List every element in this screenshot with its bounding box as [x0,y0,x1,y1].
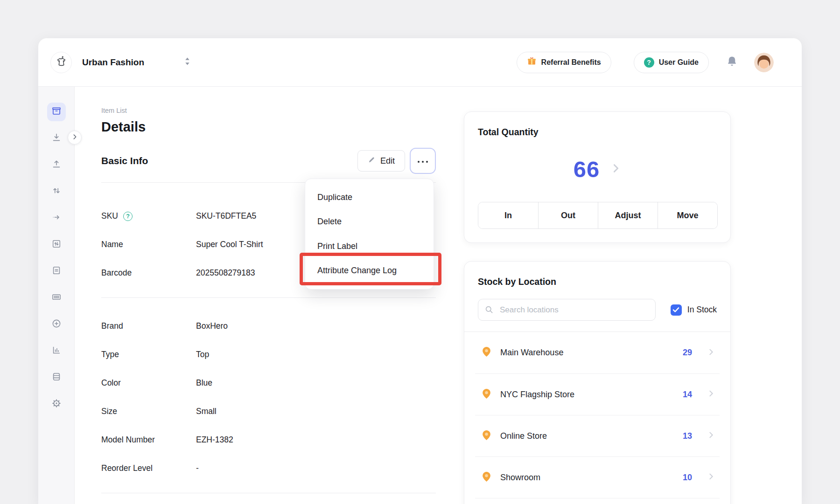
total-quantity-title: Total Quantity [464,112,730,138]
search-locations-input[interactable] [478,299,656,321]
sidebar-item-settings[interactable] [47,395,66,414]
chevron-right-icon [707,348,715,358]
field-value: 2025508279183 [196,268,255,278]
adjust-button[interactable]: Adjust [598,202,658,228]
avatar[interactable] [754,53,774,72]
sidebar-item-add[interactable] [47,315,66,334]
total-quantity-card: Total Quantity 66 In Out Adjust Move [464,111,731,243]
location-row-partial [475,498,720,504]
field-value: Super Cool T-Shirt [196,240,263,249]
pencil-icon [368,156,376,166]
sidebar-item-data-center[interactable] [47,368,66,387]
location-quantity: 29 [683,348,692,358]
breadcrumb[interactable]: Item List [101,107,436,115]
divider [101,297,436,298]
field-label: Type [101,350,119,359]
field-row-type: Type Top [101,340,436,369]
user-guide-label: User Guide [659,58,699,67]
plus-circle-icon [51,318,62,331]
download-icon [51,132,62,145]
tshirt-icon [55,55,68,69]
document-icon [51,265,62,277]
barcode-icon [51,292,62,304]
chevron-right-icon [72,133,78,142]
more-actions-menu: Duplicate Delete Print Label Attribute C… [305,179,434,290]
menu-item-duplicate[interactable]: Duplicate [305,185,434,210]
up-down-caret-icon [184,57,190,68]
move-button[interactable]: Move [658,202,717,228]
field-label: Name [101,240,123,249]
location-name: NYC Flagship Store [500,390,675,400]
sidebar-item-stock-in[interactable] [47,129,66,148]
in-button[interactable]: In [478,202,538,228]
field-row-color: Color Blue [101,369,436,397]
in-stock-checkbox[interactable] [671,304,682,316]
sidebar-item-documents[interactable] [47,262,66,281]
field-label: SKU [101,211,118,221]
user-guide-button[interactable]: ? User Guide [634,52,709,73]
map-pin-icon [481,388,492,401]
field-label: Brand [101,321,123,331]
question-icon: ? [644,57,654,68]
location-row-main-warehouse[interactable]: Main Warehouse 29 [475,332,720,373]
field-label: Model Number [101,435,155,445]
location-row-online-store[interactable]: Online Store 13 [475,415,720,456]
help-icon[interactable]: ? [123,212,133,221]
sidebar-item-transactions[interactable] [47,235,66,254]
in-stock-filter[interactable]: In Stock [671,304,717,316]
top-bar: Urban Fashion Referral Benefits ? User G… [38,38,802,87]
stock-by-location-title: Stock by Location [464,262,730,287]
location-name: Showroom [500,473,675,483]
field-row-brand: Brand BoxHero [101,312,436,340]
edit-button[interactable]: Edit [357,150,405,172]
location-row-showroom[interactable]: Showroom 10 [475,456,720,498]
sidebar-item-items[interactable] [47,103,66,121]
out-button[interactable]: Out [538,202,598,228]
total-quantity-link[interactable]: 66 [464,156,730,182]
field-value: Small [196,407,217,416]
location-name: Main Warehouse [500,348,675,358]
workspace-switcher[interactable] [184,57,190,68]
arrows-up-down-icon [51,186,62,198]
field-row-reorder-level: Reorder Level - [101,454,436,483]
sidebar-item-stock-out[interactable] [47,156,66,174]
sidebar-item-move[interactable] [47,209,66,228]
field-row-model-number: Model Number EZH-1382 [101,426,436,454]
field-value: Blue [196,378,212,388]
workspace-name: Urban Fashion [82,57,144,68]
section-title: Basic Info [101,155,148,166]
field-label: Size [101,407,117,416]
menu-item-attribute-change-log[interactable]: Attribute Change Log [305,259,434,283]
referral-benefits-button[interactable]: Referral Benefits [517,52,611,73]
field-value: Top [196,350,209,359]
more-actions-button[interactable] [410,148,436,174]
edit-label: Edit [380,156,395,166]
location-quantity: 10 [683,473,692,483]
field-value: SKU-T6DFTEA5 [196,211,256,221]
field-label: Color [101,378,121,388]
sidebar-expand-button[interactable] [68,131,82,145]
menu-item-print-label[interactable]: Print Label [305,234,434,259]
box-arrows-icon [51,239,62,251]
chevron-right-icon [707,473,715,482]
location-quantity: 13 [683,431,692,441]
sidebar-item-analytics[interactable] [47,342,66,360]
sidebar-item-barcode[interactable] [47,289,66,307]
map-pin-icon [481,471,492,484]
menu-item-delete[interactable]: Delete [305,210,434,235]
map-pin-icon [481,429,492,443]
field-label: Barcode [101,268,132,278]
location-row-nyc-flagship-store[interactable]: NYC Flagship Store 14 [475,373,720,415]
stock-by-location-card: Stock by Location In Stock [464,261,731,504]
search-icon [484,305,494,316]
sidebar [38,87,75,504]
upload-icon [51,159,62,171]
page-title: Details [101,119,436,135]
quantity-action-group: In Out Adjust Move [478,202,718,229]
referral-benefits-label: Referral Benefits [541,58,601,67]
notifications-button[interactable] [726,55,738,69]
chevron-right-icon [707,390,715,399]
app-window: Urban Fashion Referral Benefits ? User G… [38,38,802,504]
location-quantity: 14 [683,390,692,400]
sidebar-item-adjust[interactable] [47,182,66,201]
